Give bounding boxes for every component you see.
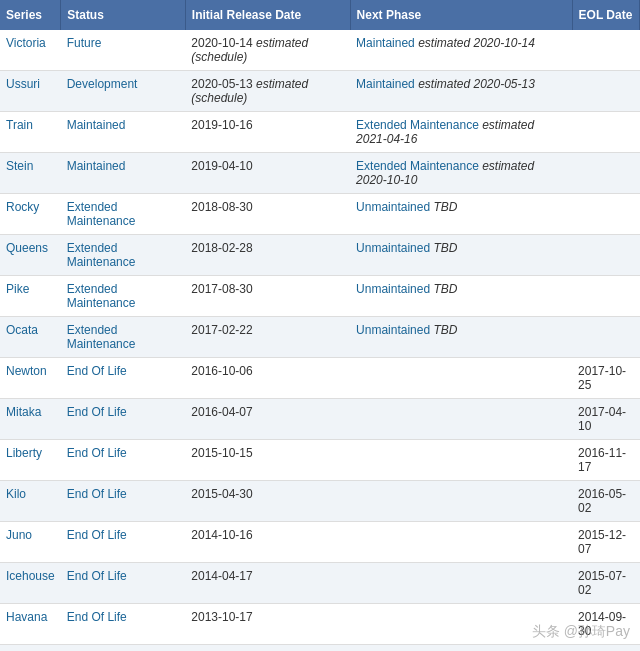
table-row: GrizzlyEnd Of Life2013-04-042014-03-29 xyxy=(0,645,640,652)
status-link[interactable]: Extended Maintenance xyxy=(67,241,136,269)
next-phase-link[interactable]: Unmaintained xyxy=(356,200,430,214)
next-phase-link[interactable]: Unmaintained xyxy=(356,282,430,296)
header-eol-date: EOL Date xyxy=(572,0,639,30)
cell-next-phase: Maintained estimated 2020-10-14 xyxy=(350,30,572,71)
cell-status: End Of Life xyxy=(61,440,186,481)
cell-eol-date xyxy=(572,71,639,112)
status-link[interactable]: Extended Maintenance xyxy=(67,282,136,310)
cell-release-date: 2014-10-16 xyxy=(185,522,350,563)
series-link[interactable]: Juno xyxy=(6,528,32,542)
cell-release-date: 2014-04-17 xyxy=(185,563,350,604)
series-link[interactable]: Pike xyxy=(6,282,29,296)
status-link[interactable]: Maintained xyxy=(67,118,126,132)
status-link[interactable]: Extended Maintenance xyxy=(67,323,136,351)
status-link[interactable]: End Of Life xyxy=(67,528,127,542)
status-link[interactable]: End Of Life xyxy=(67,610,127,624)
cell-status: Extended Maintenance xyxy=(61,276,186,317)
next-phase-link[interactable]: Unmaintained xyxy=(356,323,430,337)
series-link[interactable]: Havana xyxy=(6,610,47,624)
status-link[interactable]: Maintained xyxy=(67,159,126,173)
cell-release-date: 2015-10-15 xyxy=(185,440,350,481)
series-link[interactable]: Ocata xyxy=(6,323,38,337)
cell-release-date: 2017-02-22 xyxy=(185,317,350,358)
cell-series: Newton xyxy=(0,358,61,399)
cell-status: Maintained xyxy=(61,153,186,194)
status-link[interactable]: End Of Life xyxy=(67,364,127,378)
cell-series: Ussuri xyxy=(0,71,61,112)
series-link[interactable]: Newton xyxy=(6,364,47,378)
header-status: Status xyxy=(61,0,186,30)
next-phase-link[interactable]: Extended Maintenance xyxy=(356,159,479,173)
releases-table: Series Status Initial Release Date Next … xyxy=(0,0,640,651)
cell-release-date: 2019-04-10 xyxy=(185,153,350,194)
series-link[interactable]: Stein xyxy=(6,159,33,173)
table-row: NewtonEnd Of Life2016-10-062017-10-25 xyxy=(0,358,640,399)
cell-next-phase xyxy=(350,440,572,481)
cell-release-date: 2015-04-30 xyxy=(185,481,350,522)
status-link[interactable]: End Of Life xyxy=(67,446,127,460)
cell-series: Grizzly xyxy=(0,645,61,652)
cell-release-date: 2016-10-06 xyxy=(185,358,350,399)
cell-status: End Of Life xyxy=(61,399,186,440)
table-row: PikeExtended Maintenance2017-08-30Unmain… xyxy=(0,276,640,317)
table-header-row: Series Status Initial Release Date Next … xyxy=(0,0,640,30)
next-phase-link[interactable]: Unmaintained xyxy=(356,241,430,255)
cell-next-phase: Unmaintained TBD xyxy=(350,276,572,317)
status-link[interactable]: End Of Life xyxy=(67,405,127,419)
cell-status: End Of Life xyxy=(61,358,186,399)
series-link[interactable]: Queens xyxy=(6,241,48,255)
next-phase-link[interactable]: Maintained xyxy=(356,77,415,91)
table-row: LibertyEnd Of Life2015-10-152016-11-17 xyxy=(0,440,640,481)
series-link[interactable]: Ussuri xyxy=(6,77,40,91)
watermark: 头条 @孙琦Pay xyxy=(532,623,630,641)
series-link[interactable]: Mitaka xyxy=(6,405,41,419)
cell-series: Kilo xyxy=(0,481,61,522)
table-row: OcataExtended Maintenance2017-02-22Unmai… xyxy=(0,317,640,358)
cell-series: Liberty xyxy=(0,440,61,481)
cell-next-phase xyxy=(350,399,572,440)
table-row: IcehouseEnd Of Life2014-04-172015-07-02 xyxy=(0,563,640,604)
series-link[interactable]: Train xyxy=(6,118,33,132)
header-series: Series xyxy=(0,0,61,30)
status-link[interactable]: Extended Maintenance xyxy=(67,200,136,228)
cell-release-date: 2020-05-13 estimated (schedule) xyxy=(185,71,350,112)
series-link[interactable]: Icehouse xyxy=(6,569,55,583)
status-link[interactable]: End Of Life xyxy=(67,487,127,501)
cell-status: End Of Life xyxy=(61,522,186,563)
cell-next-phase xyxy=(350,481,572,522)
status-link[interactable]: Future xyxy=(67,36,102,50)
cell-eol-date: 2016-11-17 xyxy=(572,440,639,481)
series-link[interactable]: Rocky xyxy=(6,200,39,214)
cell-series: Victoria xyxy=(0,30,61,71)
status-link[interactable]: End Of Life xyxy=(67,569,127,583)
cell-release-date: 2013-10-17 xyxy=(185,604,350,645)
cell-eol-date xyxy=(572,276,639,317)
cell-eol-date: 2017-10-25 xyxy=(572,358,639,399)
cell-next-phase xyxy=(350,522,572,563)
table-row: UssuriDevelopment2020-05-13 estimated (s… xyxy=(0,71,640,112)
next-phase-link[interactable]: Maintained xyxy=(356,36,415,50)
table-row: JunoEnd Of Life2014-10-162015-12-07 xyxy=(0,522,640,563)
cell-eol-date: 2017-04-10 xyxy=(572,399,639,440)
cell-status: Future xyxy=(61,30,186,71)
series-link[interactable]: Victoria xyxy=(6,36,46,50)
table-row: RockyExtended Maintenance2018-08-30Unmai… xyxy=(0,194,640,235)
cell-status: Extended Maintenance xyxy=(61,194,186,235)
cell-status: End Of Life xyxy=(61,481,186,522)
series-link[interactable]: Kilo xyxy=(6,487,26,501)
next-phase-link[interactable]: Extended Maintenance xyxy=(356,118,479,132)
cell-eol-date: 2014-03-29 xyxy=(572,645,639,652)
cell-series: Rocky xyxy=(0,194,61,235)
cell-series: Ocata xyxy=(0,317,61,358)
series-link[interactable]: Liberty xyxy=(6,446,42,460)
cell-eol-date xyxy=(572,30,639,71)
status-link[interactable]: Development xyxy=(67,77,138,91)
cell-status: Maintained xyxy=(61,112,186,153)
cell-release-date: 2020-10-14 estimated (schedule) xyxy=(185,30,350,71)
cell-series: Icehouse xyxy=(0,563,61,604)
cell-next-phase: Unmaintained TBD xyxy=(350,317,572,358)
cell-series: Juno xyxy=(0,522,61,563)
cell-release-date: 2018-02-28 xyxy=(185,235,350,276)
cell-next-phase: Maintained estimated 2020-05-13 xyxy=(350,71,572,112)
table-row: KiloEnd Of Life2015-04-302016-05-02 xyxy=(0,481,640,522)
